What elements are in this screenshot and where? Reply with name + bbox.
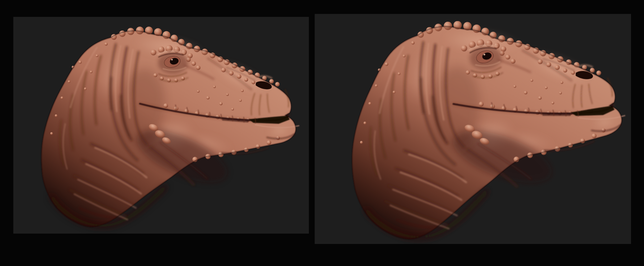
render-panel-right: [315, 14, 631, 244]
workspace: [0, 0, 644, 266]
render-panel-left: [13, 17, 309, 234]
dinosaur-sculpt-render-left: [13, 17, 309, 234]
dinosaur-sculpt-render-right: [315, 14, 631, 244]
